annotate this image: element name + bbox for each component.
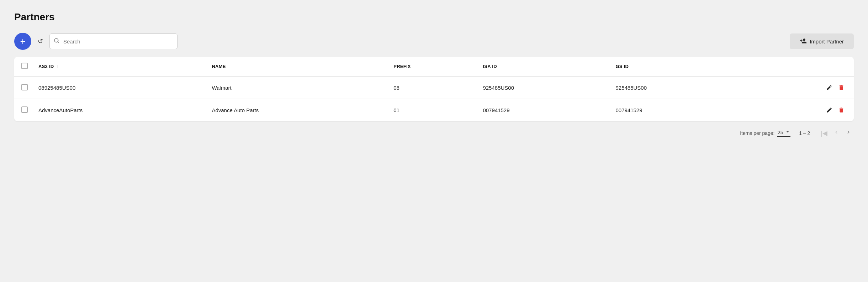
search-wrapper [49, 33, 178, 49]
next-page-icon [845, 129, 852, 137]
person-add-icon [800, 37, 807, 46]
items-per-page-label: Items per page: [740, 130, 774, 136]
partners-table: AS2 ID ↑ NAME PREFIX ISA ID GS ID [14, 57, 854, 121]
refresh-button[interactable]: ↺ [36, 35, 45, 47]
row-checkbox-cell [14, 99, 33, 121]
page-range: 1 – 2 [799, 130, 810, 136]
plus-icon: + [20, 36, 25, 47]
toolbar: + ↺ Import Partner [14, 33, 854, 50]
cell-as2id: AdvanceAutoParts [33, 99, 206, 121]
per-page-select[interactable]: 25 [777, 129, 790, 137]
select-all-checkbox[interactable] [21, 63, 28, 69]
table-footer: Items per page: 25 1 – 2 |◀ [14, 127, 854, 139]
edit-button[interactable] [824, 83, 835, 92]
row-checkbox[interactable] [21, 106, 28, 113]
cell-gsid: 925485US00 [610, 76, 742, 99]
cell-isaid: 007941529 [477, 99, 610, 121]
col-header-gsid[interactable]: GS ID [610, 57, 742, 76]
pagination-buttons: |◀ [819, 127, 854, 139]
add-button[interactable]: + [14, 33, 31, 50]
cell-as2id: 08925485US00 [33, 76, 206, 99]
col-header-prefix[interactable]: PREFIX [388, 57, 477, 76]
table-row: 08925485US00 Walmart 08 925485US00 92548… [14, 76, 854, 99]
cell-name: Advance Auto Parts [206, 99, 388, 121]
next-page-button[interactable] [843, 127, 854, 139]
cell-prefix: 08 [388, 76, 477, 99]
import-partner-button[interactable]: Import Partner [790, 33, 854, 49]
row-checkbox-cell [14, 76, 33, 99]
cell-isaid: 925485US00 [477, 76, 610, 99]
search-input[interactable] [49, 33, 178, 49]
delete-button[interactable] [836, 105, 847, 115]
edit-button[interactable] [824, 105, 835, 115]
page-title: Partners [14, 11, 854, 23]
cell-name: Walmart [206, 76, 388, 99]
items-per-page: Items per page: 25 [740, 129, 790, 137]
sort-asc-icon: ↑ [57, 64, 59, 69]
partners-table-container: AS2 ID ↑ NAME PREFIX ISA ID GS ID [14, 57, 854, 121]
col-header-actions [742, 57, 854, 76]
col-header-isaid[interactable]: ISA ID [477, 57, 610, 76]
first-page-icon: |◀ [821, 129, 827, 137]
select-all-header [14, 57, 33, 76]
prev-page-button[interactable] [831, 127, 842, 139]
first-page-button[interactable]: |◀ [819, 128, 830, 139]
row-checkbox[interactable] [21, 84, 28, 90]
refresh-icon: ↺ [38, 37, 43, 45]
prev-page-icon [833, 129, 840, 137]
cell-actions [742, 76, 854, 99]
delete-button[interactable] [836, 83, 847, 92]
cell-prefix: 01 [388, 99, 477, 121]
table-header-row: AS2 ID ↑ NAME PREFIX ISA ID GS ID [14, 57, 854, 76]
cell-actions [742, 99, 854, 121]
table-row: AdvanceAutoParts Advance Auto Parts 01 0… [14, 99, 854, 121]
import-label: Import Partner [810, 38, 844, 45]
chevron-down-icon [785, 129, 790, 136]
col-header-name[interactable]: NAME [206, 57, 388, 76]
col-header-as2id[interactable]: AS2 ID ↑ [33, 57, 206, 76]
cell-gsid: 007941529 [610, 99, 742, 121]
per-page-value: 25 [777, 129, 783, 135]
